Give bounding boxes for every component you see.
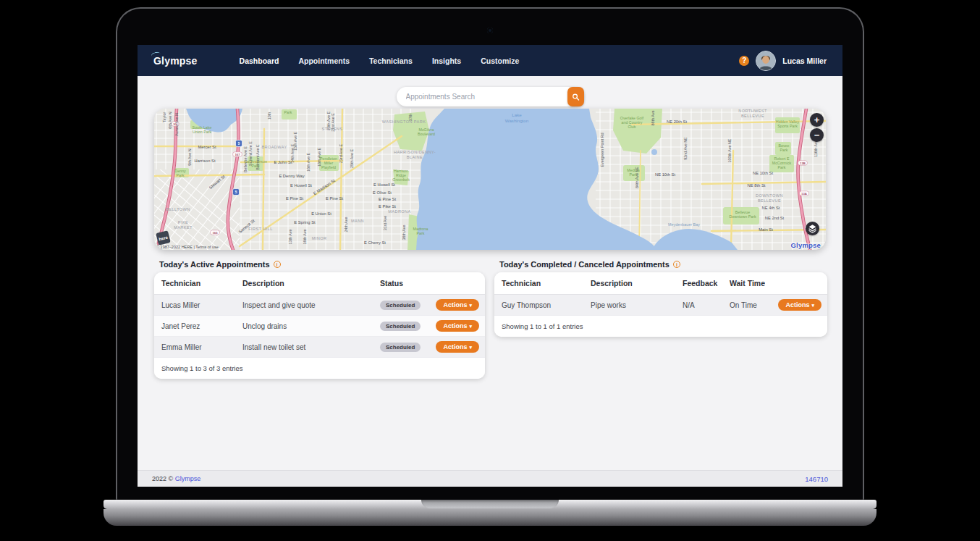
svg-text:6th Ave N: 6th Ave N xyxy=(168,112,172,128)
cell-status: Scheduled xyxy=(373,301,423,310)
svg-text:MANN: MANN xyxy=(351,219,364,223)
svg-text:FIRST HILL: FIRST HILL xyxy=(248,227,272,231)
svg-text:NORTHWEST: NORTHWEST xyxy=(738,109,767,113)
table-header: TechnicianDescriptionStatus xyxy=(154,272,485,295)
map-attribution: © 1987–2022 HERE | Terms of use xyxy=(156,245,219,249)
svg-text:E Howell St: E Howell St xyxy=(290,183,312,188)
table-header: TechnicianDescriptionFeedbackWait Time xyxy=(494,272,827,295)
svg-text:Park: Park xyxy=(284,110,292,114)
nav-items: DashboardAppointmentsTechniciansInsights… xyxy=(240,56,520,65)
svg-text:Taylor: Taylor xyxy=(162,112,166,123)
status-badge: Scheduled xyxy=(380,301,421,310)
table-body: Lucas MillerInspect and give quoteSchedu… xyxy=(154,295,485,358)
help-icon[interactable]: ? xyxy=(739,56,749,66)
svg-text:WASHINGTON PARK: WASHINGTON PARK xyxy=(382,119,426,124)
column-header: Status xyxy=(373,279,423,288)
svg-text:Park: Park xyxy=(417,231,425,235)
cell-technician: Lucas Miller xyxy=(154,301,235,309)
active-appointments-title-text: Today's Active Appointments xyxy=(159,260,270,269)
svg-text:Sports Park: Sports Park xyxy=(777,124,798,128)
svg-text:E Cherry St: E Cherry St xyxy=(364,240,386,245)
nav-item-insights[interactable]: Insights xyxy=(432,56,461,65)
svg-text:9th Ave N: 9th Ave N xyxy=(187,148,192,165)
user-name[interactable]: Lucas Miller xyxy=(782,56,827,65)
actions-button[interactable]: Actions▾ xyxy=(436,320,479,332)
svg-text:16th Ave E: 16th Ave E xyxy=(306,153,311,172)
svg-text:E Union St: E Union St xyxy=(311,211,331,216)
svg-text:Lake: Lake xyxy=(512,112,522,117)
cell-technician: Emma Miller xyxy=(154,343,235,351)
avatar-photo xyxy=(756,51,775,70)
cell-feedback: N/A xyxy=(675,301,722,309)
map-watermark: Glympse xyxy=(790,241,821,249)
app-logo: Glympse xyxy=(153,55,198,67)
svg-text:Park: Park xyxy=(252,164,260,168)
search-input[interactable] xyxy=(397,87,584,106)
cell-status: Scheduled xyxy=(373,343,423,352)
svg-text:Park: Park xyxy=(780,148,788,152)
map-layers-button[interactable] xyxy=(806,222,819,235)
svg-text:10th: 10th xyxy=(267,112,271,120)
svg-text:BROADWAY: BROADWAY xyxy=(261,145,287,149)
svg-text:NE 10th St: NE 10th St xyxy=(753,171,773,175)
avatar[interactable] xyxy=(756,51,776,71)
svg-text:25th Ave E: 25th Ave E xyxy=(350,149,354,168)
layers-icon xyxy=(808,224,817,233)
nav-item-dashboard[interactable]: Dashboard xyxy=(240,56,279,65)
nav-item-technicians[interactable]: Technicians xyxy=(369,56,413,65)
info-icon[interactable]: i xyxy=(274,261,281,268)
svg-text:DOWNTOWN: DOWNTOWN xyxy=(756,193,783,198)
column-header: Wait Time xyxy=(722,279,765,288)
svg-text:Park: Park xyxy=(778,165,786,169)
svg-text:16th Ave: 16th Ave xyxy=(303,230,307,245)
completed-appointments-title: Today's Completed / Canceled Appointment… xyxy=(499,260,680,269)
search-button[interactable] xyxy=(567,87,584,106)
actions-button[interactable]: Actions▾ xyxy=(436,341,479,353)
table-row: Guy ThompsonPipe worksN/AOn TimeActions▾ xyxy=(494,295,827,316)
status-badge: Scheduled xyxy=(380,343,421,352)
column-header: Technician xyxy=(494,279,583,288)
cell-technician: Guy Thompson xyxy=(494,301,583,309)
laptop-base-notch xyxy=(421,500,559,508)
svg-text:E Pine St: E Pine St xyxy=(286,196,304,201)
nav-item-customize[interactable]: Customize xyxy=(481,56,519,65)
search-row xyxy=(138,87,842,106)
search-icon xyxy=(572,93,580,101)
svg-text:15th Ave E: 15th Ave E xyxy=(293,132,297,151)
active-appointments-card: TechnicianDescriptionStatus Lucas Miller… xyxy=(154,272,485,379)
navbar-right: ? Lucas Miller xyxy=(739,51,827,71)
svg-text:Downtown Park: Downtown Park xyxy=(729,214,756,219)
table-footer: Showing 1 to 3 of 3 entries xyxy=(154,358,485,379)
zoom-out-button[interactable]: − xyxy=(810,128,824,142)
search-box xyxy=(397,87,584,106)
svg-text:BELLEVUE: BELLEVUE xyxy=(741,114,764,118)
svg-text:13B: 13B xyxy=(800,162,806,165)
zoom-in-button[interactable]: + xyxy=(810,113,824,127)
info-icon[interactable]: i xyxy=(673,261,680,268)
cell-description: Unclog drains xyxy=(235,322,373,330)
nav-item-appointments[interactable]: Appointments xyxy=(298,56,350,65)
svg-text:NE 2nd St: NE 2nd St xyxy=(765,216,785,220)
svg-text:23rd Ave E: 23rd Ave E xyxy=(339,143,343,163)
svg-text:MADRONA: MADRONA xyxy=(388,209,410,214)
footer-brand-link[interactable]: Glympse xyxy=(175,475,201,482)
svg-text:13A: 13A xyxy=(801,192,807,196)
svg-text:Club: Club xyxy=(628,125,636,129)
status-badge: Scheduled xyxy=(380,322,421,331)
svg-text:Park: Park xyxy=(177,173,185,177)
actions-button[interactable]: Actions▾ xyxy=(778,299,821,311)
svg-text:E Howell St: E Howell St xyxy=(373,183,395,187)
cell-description: Inspect and give quote xyxy=(235,301,373,309)
page-code: 146710 xyxy=(805,475,828,483)
cell-wait_time: On Time xyxy=(722,301,765,309)
actions-button[interactable]: Actions▾ xyxy=(436,299,479,311)
map[interactable]: 551679916513B13A12 Mercer StHarrison StE… xyxy=(154,109,826,250)
svg-text:STEVENS: STEVENS xyxy=(322,127,343,131)
laptop-base-body xyxy=(104,509,876,526)
cell-status: Scheduled xyxy=(373,322,423,331)
table-row: Lucas MillerInspect and give quoteSchedu… xyxy=(154,295,485,316)
svg-text:5: 5 xyxy=(235,190,237,194)
column-header: Feedback xyxy=(675,279,722,288)
app-footer: 2022 © Glympse 146710 xyxy=(138,470,842,487)
svg-text:HARRISON/DENNY-: HARRISON/DENNY- xyxy=(394,150,436,154)
